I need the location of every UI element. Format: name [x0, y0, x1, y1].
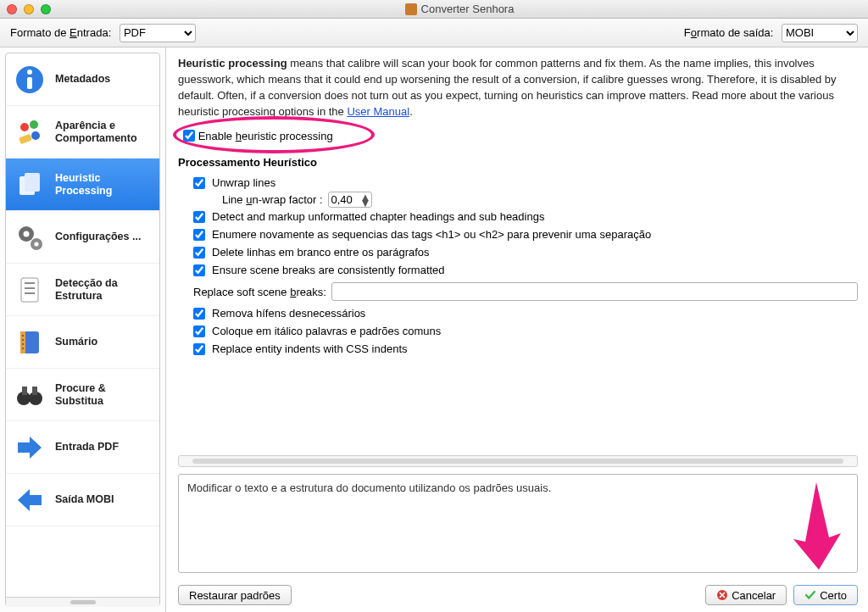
document-lines-icon [13, 273, 47, 307]
info-icon [13, 63, 47, 97]
enable-heuristic-checkbox[interactable]: Enable heuristic processing [183, 130, 333, 142]
ensure-scene-checkbox[interactable] [193, 264, 205, 276]
detect-headings-label: Detect and markup unformatted chapter he… [212, 210, 544, 223]
entity-indents-label: Replace entity indents with CSS indents [212, 342, 408, 355]
sidebar-item-label: Aparência e Comportamento [55, 120, 153, 144]
sidebar-item-label: Detecção da Estrutura [55, 277, 153, 302]
svg-point-21 [22, 342, 24, 344]
replace-soft-input[interactable] [331, 282, 858, 301]
sidebar-item-config[interactable]: Configurações ... [6, 211, 159, 264]
arrow-right-icon [13, 431, 47, 465]
input-format-select[interactable]: PDF [120, 24, 196, 42]
sidebar-item-toc[interactable]: Sumário [6, 316, 159, 369]
remove-hyphens-checkbox[interactable] [193, 308, 205, 320]
output-format-select[interactable]: MOBI [782, 24, 858, 42]
unwrap-lines-checkbox[interactable] [193, 177, 205, 189]
sidebar-item-heuristic[interactable]: Heuristic Processing [6, 159, 159, 211]
window-titlebar: Converter Senhora [0, 0, 868, 19]
svg-point-4 [30, 120, 38, 129]
pages-icon [13, 168, 47, 202]
sidebar-item-label: Entrada PDF [55, 441, 119, 453]
svg-rect-13 [21, 278, 38, 302]
sidebar-item-label: Configurações ... [55, 231, 141, 242]
svg-point-2 [27, 70, 32, 75]
ok-button[interactable]: Certo [793, 585, 858, 605]
section-title: Processamento Heurístico [178, 153, 317, 174]
zoom-window-button[interactable] [41, 4, 51, 14]
svg-rect-6 [19, 133, 32, 143]
minimize-window-button[interactable] [24, 4, 34, 14]
unwrap-lines-label: Unwrap lines [212, 176, 275, 189]
sidebar-item-structure[interactable]: Detecção da Estrutura [6, 264, 159, 316]
close-window-button[interactable] [7, 4, 17, 14]
delete-blank-label: Delete linhas em branco entre os parágra… [212, 246, 430, 259]
content-panel: Heuristic processing means that calibre … [166, 47, 868, 612]
replace-soft-label: Replace soft scene breaks: [193, 286, 326, 298]
svg-rect-8 [25, 173, 40, 192]
ensure-scene-label: Ensure scene breaks are consistently for… [212, 264, 445, 276]
binoculars-icon [13, 378, 47, 412]
svg-point-19 [22, 334, 24, 336]
svg-rect-18 [20, 331, 25, 353]
gear-icon [13, 220, 47, 254]
remove-hyphens-label: Remova hífens desnecessários [212, 307, 365, 320]
sidebar-item-label: Sumário [55, 336, 97, 348]
sidebar-item-label: Metadados [55, 73, 110, 85]
svg-rect-1 [27, 77, 32, 89]
entity-indents-checkbox[interactable] [193, 343, 205, 355]
notebook-icon [13, 325, 47, 359]
cancel-icon [716, 589, 728, 601]
arrow-left-icon [13, 483, 47, 517]
unwrap-factor-spinner[interactable]: ▲▼ [328, 192, 372, 208]
svg-point-20 [22, 338, 24, 340]
enable-heuristic-input[interactable] [183, 130, 195, 142]
cancel-button[interactable]: Cancelar [705, 585, 787, 605]
svg-rect-25 [22, 387, 27, 395]
unwrap-factor-input[interactable] [331, 193, 360, 206]
window-title: Converter Senhora [421, 3, 515, 15]
sidebar-item-metadata[interactable]: Metadados [6, 53, 159, 106]
sidebar: Metadados Aparência e Comportamento Heur… [0, 47, 166, 612]
horizontal-scrollbar[interactable] [178, 455, 858, 467]
sidebar-item-label: Procure & Substitua [55, 382, 153, 407]
sidebar-item-output-mobi[interactable]: Saída MOBI [6, 474, 159, 526]
sidebar-item-label: Heuristic Processing [55, 172, 153, 197]
description-text: Heuristic processing means that calibre … [178, 56, 858, 120]
check-icon [804, 589, 816, 601]
format-bar: Formato de Entrada: PDF Formato de saída… [0, 19, 868, 47]
unwrap-factor-label: Line un-wrap factor : [222, 193, 323, 206]
sidebar-scrollbar[interactable] [6, 597, 159, 607]
svg-point-3 [20, 123, 29, 131]
restore-defaults-button[interactable]: Restaurar padrões [178, 585, 292, 605]
input-format-label: Formato de Entrada: [10, 26, 111, 39]
svg-rect-26 [32, 387, 37, 395]
sidebar-item-label: Saída MOBI [55, 493, 114, 505]
sidebar-item-search-replace[interactable]: Procure & Substitua [6, 369, 159, 421]
palette-icon [13, 115, 47, 149]
detect-headings-checkbox[interactable] [193, 211, 205, 223]
heuristic-options-group: Processamento Heurístico Unwrap lines Li… [178, 153, 858, 358]
svg-point-22 [22, 347, 24, 348]
svg-point-10 [24, 231, 30, 236]
sidebar-item-input-pdf[interactable]: Entrada PDF [6, 421, 159, 474]
svg-point-12 [34, 242, 38, 246]
delete-blank-checkbox[interactable] [193, 247, 205, 259]
user-manual-link[interactable]: User Manual [347, 105, 409, 118]
output-format-label: Formato de saída: [684, 26, 774, 39]
svg-point-5 [31, 131, 40, 140]
sidebar-item-look-feel[interactable]: Aparência e Comportamento [6, 106, 159, 159]
help-text-area: Modificar o texto e a estrutura do docum… [178, 474, 858, 573]
app-icon [405, 3, 417, 15]
renumber-headings-label: Enumere novamente as sequencias das tags… [212, 228, 651, 241]
spinner-down-icon[interactable]: ▼ [360, 200, 369, 206]
italicize-label: Coloque em itálico palavras e padrões co… [212, 325, 441, 337]
italicize-checkbox[interactable] [193, 325, 205, 337]
renumber-headings-checkbox[interactable] [193, 229, 205, 241]
